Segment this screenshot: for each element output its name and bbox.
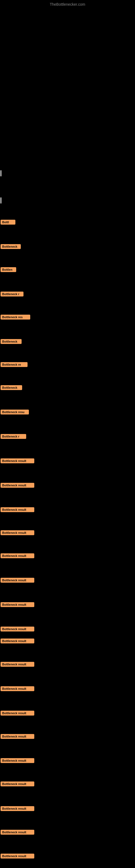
bottleneck-result-badge-14: Bottleneck result: [1, 530, 34, 535]
bottleneck-result-badge-5: Bottleneck res: [1, 315, 30, 319]
bottleneck-result-badge-19: Bottleneck result: [1, 639, 34, 643]
bottleneck-result-badge-26: Bottleneck result: [1, 806, 34, 811]
bottleneck-result-badge-27: Bottleneck result: [1, 830, 34, 835]
bottleneck-result-badge-4: Bottleneck r: [1, 291, 24, 297]
bottleneck-result-badge-12: Bottleneck result: [1, 483, 34, 488]
bottleneck-result-badge-8: Bottleneck: [1, 385, 22, 390]
bottleneck-result-badge-18: Bottleneck result: [1, 627, 34, 631]
bottleneck-result-badge-17: Bottleneck result: [1, 602, 34, 607]
bottleneck-result-badge-24: Bottleneck result: [1, 758, 34, 763]
bottleneck-result-badge-10: Bottleneck r: [1, 434, 26, 439]
bottleneck-result-badge-28: Bottleneck result: [1, 854, 34, 859]
bottleneck-result-badge-20: Bottleneck result: [1, 662, 34, 667]
bottleneck-result-badge-15: Bottleneck result: [1, 553, 34, 558]
site-title: TheBottlenecker.com: [50, 2, 85, 6]
bottleneck-result-badge-9: Bottleneck resu: [1, 410, 29, 414]
bottleneck-result-badge-25: Bottleneck result: [1, 781, 34, 786]
bottleneck-result-badge-21: Bottleneck result: [1, 686, 34, 691]
cursor-line-2: [1, 197, 1, 204]
bottleneck-result-badge-13: Bottleneck result: [1, 507, 34, 512]
bottleneck-result-badge-7: Bottleneck re: [1, 362, 28, 367]
bottleneck-result-badge-23: Bottleneck result: [1, 734, 34, 739]
bottleneck-result-badge-3: Bottlen: [1, 267, 16, 272]
bottleneck-result-badge-2: Bottleneck: [1, 244, 21, 249]
bottleneck-result-badge-22: Bottleneck result: [1, 711, 34, 716]
bottleneck-result-badge-6: Bottleneck: [1, 339, 21, 344]
cursor-line-1: [1, 170, 1, 176]
bottleneck-result-badge-11: Bottleneck result: [1, 458, 34, 463]
bottleneck-result-badge-16: Bottleneck result: [1, 578, 34, 583]
bottleneck-result-badge-1: Bottl: [1, 220, 15, 225]
